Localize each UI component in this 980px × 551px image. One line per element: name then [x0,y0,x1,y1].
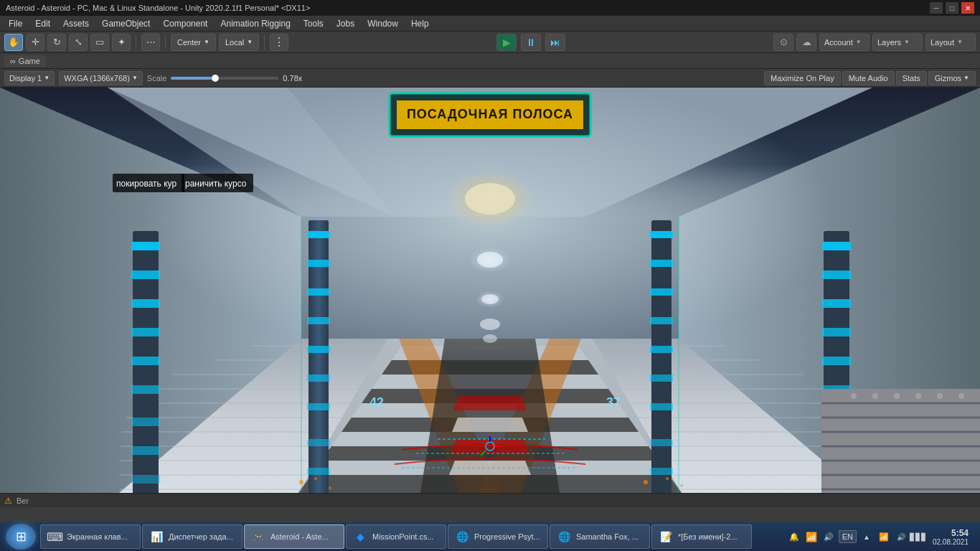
toolbar-center: ▶ ⏸ ⏭ [291,34,771,51]
play-btn[interactable]: ▶ [496,34,517,51]
toolbar-separator-1 [136,35,136,50]
tool-transform[interactable]: ✦ [112,34,131,51]
svg-rect-68 [131,475,160,484]
svg-rect-80 [822,242,851,250]
pivot-local-btn[interactable]: Local ▼ [219,34,259,51]
resolution-select[interactable]: WXGA (980x551) ▼ [59,71,143,85]
svg-point-114 [299,480,303,484]
mute-audio-btn[interactable]: Mute Audio [842,71,895,85]
tool-move[interactable]: ✛ [26,34,44,51]
display-caret: ▼ [44,75,50,81]
display-select[interactable]: Display 1 ▼ [4,71,55,85]
close-btn[interactable]: ✕ [961,2,974,14]
status-bar: ⚠ Вег [0,493,980,507]
tool-rect[interactable]: ▭ [90,34,109,51]
asteroid-label: Asteroid - Aste... [270,532,329,541]
svg-point-38 [465,183,515,215]
pause-btn[interactable]: ⏸ [521,34,541,51]
svg-rect-82 [822,299,851,308]
toolbar-separator-3 [264,35,265,50]
svg-rect-66 [131,418,160,426]
menu-component[interactable]: Component [157,17,213,30]
svg-rect-73 [650,317,673,324]
scale-slider[interactable] [171,77,278,80]
svg-rect-62 [131,299,160,308]
layers-dropdown[interactable]: Layers ▼ [872,34,923,51]
menu-tools[interactable]: Tools [298,17,329,30]
svg-text:37: 37 [606,395,621,410]
game-toolbar: Display 1 ▼ WXGA (980x551) ▼ Scale 0.78… [0,69,980,88]
taskbar-samanthafox[interactable]: 🌐 Samantha Fox, ... [550,524,650,549]
network-icon[interactable]: 📶 [804,524,819,550]
gizmos-btn[interactable]: Gizmos ▼ [928,71,976,85]
menu-help[interactable]: Help [405,17,435,30]
game-scene-svg: ПОСАДОЧНАЯ ПОЛОСА [0,88,980,493]
game-tab[interactable]: ∞ Game [4,55,46,67]
pivot-center-label: Center [177,38,201,47]
taskbar-missionpoint[interactable]: ◆ MissionPoint.cs... [346,524,446,549]
layout-dropdown[interactable]: Layout ▼ [925,34,976,51]
gizmos-caret: ▼ [963,75,969,81]
minimize-btn[interactable]: ─ [930,2,943,14]
speaker-icon[interactable]: 🔊 [821,524,836,550]
svg-rect-75 [650,375,673,382]
signal-icon[interactable]: 📶 [877,524,891,550]
taskbar-unnamed[interactable]: 📝 *[Без имени]-2... [651,524,752,549]
taskbar-keyboard[interactable]: ⌨ Экранная клав... [40,524,141,549]
system-clock[interactable]: 5:54 02.08.2021 [928,524,973,550]
maximize-on-play-btn[interactable]: Maximize On Play [764,71,841,85]
samanthafox-label: Samantha Fox, ... [576,532,639,541]
svg-point-116 [329,486,331,489]
gizmos-label: Gizmos [935,74,961,83]
menu-animation-rigging[interactable]: Animation Rigging [215,17,296,30]
tool-extra[interactable]: ⋯ [141,34,160,51]
menu-edit[interactable]: Edit [29,17,56,30]
menu-gameobject[interactable]: GameObject [96,17,156,30]
pivot-local-caret: ▼ [247,39,253,45]
battery-icon[interactable]: ▊▊▊ [911,524,925,550]
start-button[interactable]: ⊞ [6,524,36,550]
taskbar-asteroid[interactable]: 🎮 Asteroid - Aste... [244,524,344,549]
taskbar-taskmanager[interactable]: 📊 Диспетчер зада... [142,524,242,549]
taskbar-right: 🔔 📶 🔊 EN ▲ 📶 🔊 ▊▊▊ 5:54 02.08.2021 [783,524,977,550]
svg-rect-81 [822,270,851,279]
pivot-center-btn[interactable]: Center ▼ [171,34,216,51]
tool-rotate[interactable]: ↻ [47,34,66,51]
tool-scale[interactable]: ⤡ [69,34,88,51]
account-dropdown[interactable]: Account ▼ [819,34,870,51]
collab-btn[interactable]: ⊙ [773,34,793,51]
svg-text:ПОСАДОЧНАЯ ПОЛОСА: ПОСАДОЧНАЯ ПОЛОСА [407,107,573,121]
menu-jobs[interactable]: Jobs [331,17,360,30]
svg-rect-83 [822,328,851,336]
menu-file[interactable]: File [3,17,28,30]
cloud-btn[interactable]: ☁ [796,34,816,51]
svg-rect-53 [307,317,330,324]
stats-btn[interactable]: Stats [896,71,927,85]
scale-label: Scale [147,74,167,83]
svg-rect-50 [307,231,330,238]
arrow-up-icon[interactable]: ▲ [859,524,874,550]
menu-window[interactable]: Window [362,17,404,30]
taskbar-progressive[interactable]: 🌐 Progressive Psyt... [448,524,548,549]
layout-caret: ▼ [957,39,963,45]
notifications-icon[interactable]: 🔔 [787,524,801,550]
svg-rect-67 [131,446,160,455]
unnamed-icon: 📝 [658,529,674,545]
layers-label: Layers [877,38,901,47]
samanthafox-icon: 🌐 [556,529,572,545]
mute-label: Mute Audio [849,74,888,83]
game-viewport: ПОСАДОЧНАЯ ПОЛОСА [0,88,980,493]
menu-assets[interactable]: Assets [57,17,95,30]
tool-hand[interactable]: ✋ [4,34,23,51]
restore-btn[interactable]: □ [946,2,958,14]
step-btn[interactable]: ⏭ [545,34,565,51]
taskmanager-icon: 📊 [149,529,164,545]
svg-point-118 [666,477,669,480]
language-btn[interactable]: EN [839,530,857,543]
svg-rect-55 [307,375,330,382]
display-label: Display 1 [9,74,42,83]
status-message: Вег [17,496,29,505]
snap-btn[interactable]: ⋮ [270,34,288,51]
volume-icon[interactable]: 🔊 [894,524,908,550]
svg-rect-60 [131,242,160,250]
